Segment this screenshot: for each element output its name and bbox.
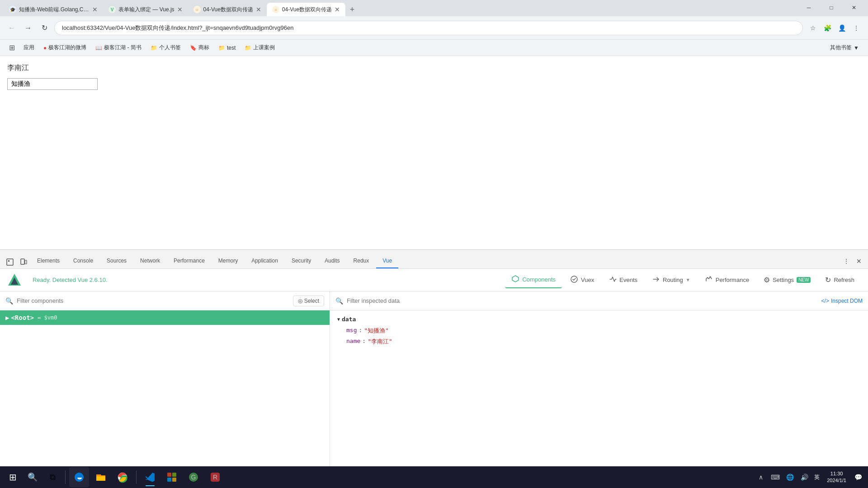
other-bookmarks-chevron: ▼ — [854, 45, 859, 51]
close-button[interactable]: ✕ — [844, 1, 864, 14]
tray-arrow[interactable]: ∧ — [755, 471, 767, 483]
tree-content: ▶ <Root> = $vm0 — [0, 310, 330, 466]
devtools-tab-audits[interactable]: Audits — [318, 254, 346, 268]
maximize-button[interactable]: □ — [821, 1, 842, 14]
user-icon[interactable]: 👤 — [835, 22, 848, 34]
select-button[interactable]: ◎ Select — [293, 296, 324, 306]
vue-nav-events[interactable]: Events — [602, 272, 644, 288]
tray-language[interactable]: 英 — [812, 474, 821, 481]
vue-logo — [7, 273, 22, 287]
devtools-tab-performance[interactable]: Performance — [167, 254, 211, 268]
vue-nav-settings[interactable]: ⚙ Settings NEW — [757, 273, 817, 287]
taskbar-edge[interactable] — [69, 467, 89, 487]
devtools-tab-network[interactable]: Network — [134, 254, 166, 268]
vue-nav-refresh[interactable]: ↻ Refresh — [819, 273, 861, 287]
devtools-tab-memory[interactable]: Memory — [212, 254, 244, 268]
tab-1[interactable]: 🎓 知播渔-Web前端.Golang,C++ ✕ — [4, 3, 103, 16]
extensions-icon[interactable]: 🧩 — [821, 22, 834, 34]
reload-button[interactable]: ↻ — [38, 22, 51, 34]
device-toolbar-icon[interactable] — [17, 256, 30, 268]
tab-2-close[interactable]: ✕ — [177, 6, 183, 13]
taskbar-other-1[interactable] — [162, 467, 182, 487]
devtools-tab-console[interactable]: Console — [67, 254, 99, 268]
page-input[interactable] — [7, 78, 98, 90]
taskbar-search[interactable]: 🔍 — [24, 468, 42, 486]
settings-icon[interactable]: ⋮ — [850, 22, 863, 34]
tab-3[interactable]: ○ 04-Vue数据双向传递 ✕ — [188, 3, 267, 16]
bookmark-test[interactable]: 📁 test — [215, 43, 239, 53]
vue-panels: 🔍 ◎ Select ▶ <Root> = $vm0 — [0, 291, 868, 466]
tab-2[interactable]: V 表单输入绑定 — Vue.js ✕ — [103, 3, 188, 16]
vue-nav-routing[interactable]: Routing ▼ — [646, 272, 697, 288]
devtools-tabs: Elements Console Sources Network Perform… — [0, 250, 868, 269]
back-button[interactable]: ← — [5, 22, 18, 34]
bookmark-jianshu[interactable]: 📖 极客江湖 - 简书 — [92, 42, 145, 53]
tab-4-close[interactable]: ✕ — [335, 6, 340, 13]
bookmark-icon[interactable]: ☆ — [807, 22, 819, 34]
other-bookmarks-text: 其他书签 — [830, 44, 852, 52]
devtools-more-icon[interactable]: ⋮ — [841, 256, 852, 267]
inspector-search-input[interactable] — [347, 297, 818, 304]
devtools-tab-redux[interactable]: Redux — [347, 254, 376, 268]
taskbar-sep-1 — [65, 470, 66, 484]
tree-search-input[interactable] — [17, 297, 289, 304]
taskbar-chrome[interactable] — [113, 467, 132, 487]
vue-nav-components[interactable]: Components — [505, 272, 562, 288]
devtools-tab-security[interactable]: Security — [285, 254, 317, 268]
bookmark-examples[interactable]: 📁 上课案例 — [241, 42, 278, 53]
taskbar-vscode[interactable] — [140, 467, 160, 487]
vue-nav-vuex[interactable]: Vuex — [564, 272, 600, 288]
data-inspector: 🔍 </> Inspect DOM ▼ data msg — [330, 291, 868, 466]
apps-icon[interactable]: ⊞ — [5, 42, 18, 54]
tray-volume[interactable]: 🔊 — [798, 471, 811, 483]
devtools-close-icon[interactable]: ✕ — [854, 256, 864, 267]
data-field-name: name : "李南江" — [337, 336, 861, 347]
bookmark-trademark[interactable]: 🔖 商标 — [186, 42, 213, 53]
svg-rect-8 — [167, 473, 171, 477]
vue-nav-performance[interactable]: Performance — [698, 272, 755, 288]
tab-4-title: 04-Vue数据双向传递 — [282, 6, 332, 14]
tab-1-close[interactable]: ✕ — [92, 6, 98, 13]
tray-clock[interactable]: 11:30 2024/1/1 — [823, 470, 850, 484]
minimize-button[interactable]: ─ — [798, 1, 819, 14]
bookmark-personal[interactable]: 📁 个人书签 — [147, 42, 184, 53]
taskbar-task-view[interactable]: ⧉ — [43, 468, 61, 486]
forward-button[interactable]: → — [22, 22, 34, 34]
devtools-tab-vue[interactable]: Vue — [376, 254, 398, 268]
tab-2-favicon: V — [108, 6, 116, 13]
devtools-tab-application[interactable]: Application — [245, 254, 284, 268]
start-button[interactable]: ⊞ — [4, 468, 22, 486]
inspector-search-bar: 🔍 </> Inspect DOM — [330, 291, 868, 310]
tray-network[interactable]: 🌐 — [783, 471, 796, 483]
data-section-triangle: ▼ — [337, 317, 340, 322]
other-bookmarks-label[interactable]: 其他书签 ▼ — [826, 42, 863, 53]
title-bar: 🎓 知播渔-Web前端.Golang,C++ ✕ V 表单输入绑定 — Vue.… — [0, 0, 868, 16]
tab-3-favicon: ○ — [193, 6, 201, 13]
taskbar-file-explorer[interactable] — [91, 467, 111, 487]
data-section-header[interactable]: ▼ data — [337, 316, 861, 323]
bookmark-weibo[interactable]: ● 极客江湖的微博 — [40, 42, 90, 53]
new-tab-button[interactable]: + — [345, 3, 359, 16]
address-input[interactable]: localhost:63342/Vue/04-Vue数据双向传递/index.h… — [54, 21, 803, 35]
vue-nav-routing-label: Routing — [663, 277, 683, 283]
tab-1-title: 知播渔-Web前端.Golang,C++ — [19, 6, 90, 14]
tab-4[interactable]: ○ 04-Vue数据双向传递 ✕ — [267, 3, 345, 16]
taskbar-sep-2 — [136, 470, 137, 484]
bookmark-personal-label: 个人书签 — [159, 44, 181, 52]
root-component-item[interactable]: ▶ <Root> = $vm0 — [0, 310, 330, 325]
tray-notification[interactable]: 💬 — [852, 471, 864, 483]
bookmark-test-label: test — [227, 45, 236, 51]
tab-3-close[interactable]: ✕ — [256, 6, 261, 13]
tray-keyboard[interactable]: ⌨ — [769, 471, 782, 483]
devtools-tab-elements[interactable]: Elements — [31, 254, 66, 268]
other-bookmarks[interactable]: 其他书签 ▼ — [826, 42, 863, 53]
taskbar-other-3[interactable]: R — [205, 467, 225, 487]
element-picker-icon[interactable] — [4, 256, 16, 268]
vue-nav-vuex-label: Vuex — [581, 277, 594, 283]
inspect-dom-button[interactable]: </> Inspect DOM — [821, 298, 863, 304]
bookmark-weibo-label: 极客江湖的微博 — [48, 44, 86, 52]
devtools-tab-sources[interactable]: Sources — [100, 254, 133, 268]
svg-text:R: R — [213, 474, 217, 481]
bookmark-apps[interactable]: 应用 — [20, 42, 38, 53]
taskbar-other-2[interactable]: G — [184, 467, 203, 487]
